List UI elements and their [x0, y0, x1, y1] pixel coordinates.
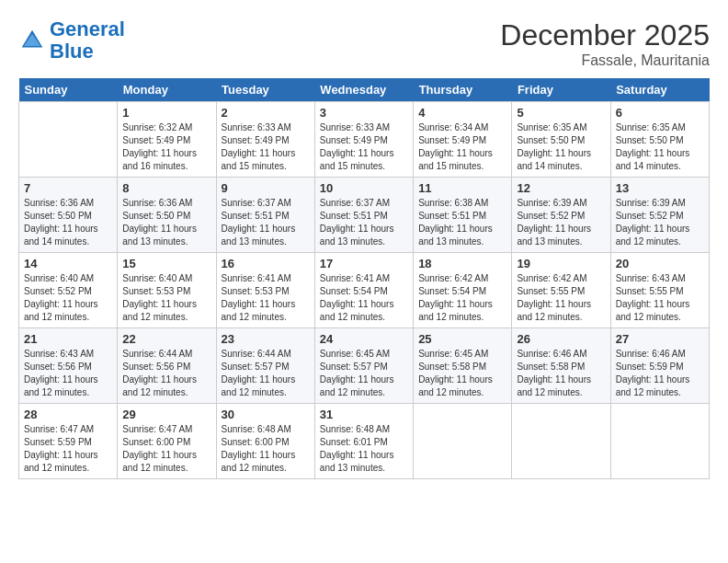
day-cell: [610, 404, 709, 479]
day-cell: 1Sunrise: 6:32 AM Sunset: 5:49 PM Daylig…: [118, 102, 216, 178]
day-cell: 4Sunrise: 6:34 AM Sunset: 5:49 PM Daylig…: [414, 102, 512, 178]
day-number: 17: [320, 257, 408, 270]
day-info: Sunrise: 6:47 AM Sunset: 5:59 PM Dayligh…: [24, 423, 112, 475]
day-number: 13: [616, 181, 704, 195]
day-cell: 3Sunrise: 6:33 AM Sunset: 5:49 PM Daylig…: [314, 102, 413, 178]
day-cell: 31Sunrise: 6:48 AM Sunset: 6:01 PM Dayli…: [314, 404, 413, 479]
day-number: 19: [517, 257, 605, 270]
day-number: 31: [320, 408, 408, 421]
day-number: 29: [122, 408, 210, 421]
header-cell-monday: Monday: [118, 78, 216, 102]
week-row-5: 28Sunrise: 6:47 AM Sunset: 5:59 PM Dayli…: [19, 404, 710, 479]
header-cell-saturday: Saturday: [610, 78, 709, 102]
header-row: SundayMondayTuesdayWednesdayThursdayFrid…: [19, 78, 710, 102]
day-cell: [414, 404, 512, 479]
day-info: Sunrise: 6:36 AM Sunset: 5:50 PM Dayligh…: [24, 197, 112, 248]
day-number: 23: [222, 332, 310, 346]
logo: General Blue: [18, 18, 125, 63]
day-info: Sunrise: 6:46 AM Sunset: 5:58 PM Dayligh…: [517, 348, 605, 399]
day-info: Sunrise: 6:32 AM Sunset: 5:49 PM Dayligh…: [122, 121, 210, 173]
day-number: 12: [517, 181, 605, 195]
day-number: 24: [320, 332, 408, 346]
day-cell: 19Sunrise: 6:42 AM Sunset: 5:55 PM Dayli…: [512, 253, 610, 328]
day-number: 6: [616, 106, 704, 120]
day-cell: 17Sunrise: 6:41 AM Sunset: 5:54 PM Dayli…: [314, 253, 413, 328]
day-info: Sunrise: 6:44 AM Sunset: 5:57 PM Dayligh…: [222, 348, 310, 399]
day-cell: 5Sunrise: 6:35 AM Sunset: 5:50 PM Daylig…: [512, 102, 610, 178]
day-cell: 18Sunrise: 6:42 AM Sunset: 5:54 PM Dayli…: [414, 253, 512, 328]
day-number: 30: [222, 408, 310, 421]
day-number: 14: [24, 257, 112, 270]
day-info: Sunrise: 6:37 AM Sunset: 5:51 PM Dayligh…: [222, 197, 310, 248]
day-number: 2: [222, 106, 310, 120]
day-info: Sunrise: 6:46 AM Sunset: 5:59 PM Dayligh…: [616, 348, 704, 399]
day-info: Sunrise: 6:45 AM Sunset: 5:58 PM Dayligh…: [418, 348, 506, 399]
day-cell: 2Sunrise: 6:33 AM Sunset: 5:49 PM Daylig…: [216, 102, 314, 178]
day-info: Sunrise: 6:40 AM Sunset: 5:53 PM Dayligh…: [122, 272, 210, 324]
day-info: Sunrise: 6:40 AM Sunset: 5:52 PM Dayligh…: [24, 272, 112, 324]
week-row-2: 7Sunrise: 6:36 AM Sunset: 5:50 PM Daylig…: [19, 178, 710, 253]
day-info: Sunrise: 6:47 AM Sunset: 6:00 PM Dayligh…: [122, 423, 210, 475]
day-cell: 20Sunrise: 6:43 AM Sunset: 5:55 PM Dayli…: [610, 253, 709, 328]
day-info: Sunrise: 6:45 AM Sunset: 5:57 PM Dayligh…: [320, 348, 408, 399]
day-number: 10: [320, 181, 408, 195]
week-row-3: 14Sunrise: 6:40 AM Sunset: 5:52 PM Dayli…: [19, 253, 710, 328]
day-number: 3: [320, 106, 408, 120]
day-info: Sunrise: 6:34 AM Sunset: 5:49 PM Dayligh…: [418, 121, 506, 173]
day-number: 7: [24, 181, 112, 195]
day-cell: 29Sunrise: 6:47 AM Sunset: 6:00 PM Dayli…: [118, 404, 216, 479]
day-cell: 11Sunrise: 6:38 AM Sunset: 5:51 PM Dayli…: [414, 178, 512, 253]
header-cell-sunday: Sunday: [19, 78, 118, 102]
day-cell: 16Sunrise: 6:41 AM Sunset: 5:53 PM Dayli…: [216, 253, 314, 328]
page-header: General Blue December 2025 Fassale, Maur…: [18, 18, 710, 69]
week-row-1: 1Sunrise: 6:32 AM Sunset: 5:49 PM Daylig…: [19, 102, 710, 178]
day-number: 8: [122, 181, 210, 195]
day-number: 28: [24, 408, 112, 421]
header-cell-tuesday: Tuesday: [216, 78, 314, 102]
day-info: Sunrise: 6:41 AM Sunset: 5:54 PM Dayligh…: [320, 272, 408, 324]
location: Fassale, Mauritania: [500, 52, 710, 69]
calendar-table: SundayMondayTuesdayWednesdayThursdayFrid…: [18, 78, 710, 479]
day-cell: 23Sunrise: 6:44 AM Sunset: 5:57 PM Dayli…: [216, 328, 314, 404]
week-row-4: 21Sunrise: 6:43 AM Sunset: 5:56 PM Dayli…: [19, 328, 710, 404]
day-number: 18: [418, 257, 506, 270]
day-cell: 24Sunrise: 6:45 AM Sunset: 5:57 PM Dayli…: [314, 328, 413, 404]
day-info: Sunrise: 6:43 AM Sunset: 5:56 PM Dayligh…: [24, 348, 112, 399]
day-cell: 15Sunrise: 6:40 AM Sunset: 5:53 PM Dayli…: [118, 253, 216, 328]
day-info: Sunrise: 6:35 AM Sunset: 5:50 PM Dayligh…: [616, 121, 704, 173]
day-number: 15: [122, 257, 210, 270]
day-cell: 14Sunrise: 6:40 AM Sunset: 5:52 PM Dayli…: [19, 253, 118, 328]
day-info: Sunrise: 6:39 AM Sunset: 5:52 PM Dayligh…: [517, 197, 605, 248]
day-cell: 27Sunrise: 6:46 AM Sunset: 5:59 PM Dayli…: [610, 328, 709, 404]
day-number: 9: [222, 181, 310, 195]
day-number: 20: [616, 257, 704, 270]
month-title: December 2025: [500, 18, 710, 52]
day-info: Sunrise: 6:48 AM Sunset: 6:01 PM Dayligh…: [320, 423, 408, 475]
day-cell: 9Sunrise: 6:37 AM Sunset: 5:51 PM Daylig…: [216, 178, 314, 253]
header-cell-thursday: Thursday: [414, 78, 512, 102]
day-info: Sunrise: 6:41 AM Sunset: 5:53 PM Dayligh…: [222, 272, 310, 324]
day-number: 5: [517, 106, 605, 120]
day-cell: 13Sunrise: 6:39 AM Sunset: 5:52 PM Dayli…: [610, 178, 709, 253]
day-number: 1: [122, 106, 210, 120]
day-info: Sunrise: 6:37 AM Sunset: 5:51 PM Dayligh…: [320, 197, 408, 248]
day-number: 11: [418, 181, 506, 195]
day-info: Sunrise: 6:39 AM Sunset: 5:52 PM Dayligh…: [616, 197, 704, 248]
day-cell: 28Sunrise: 6:47 AM Sunset: 5:59 PM Dayli…: [19, 404, 118, 479]
day-info: Sunrise: 6:44 AM Sunset: 5:56 PM Dayligh…: [122, 348, 210, 399]
day-info: Sunrise: 6:43 AM Sunset: 5:55 PM Dayligh…: [616, 272, 704, 324]
day-cell: 25Sunrise: 6:45 AM Sunset: 5:58 PM Dayli…: [414, 328, 512, 404]
day-cell: 26Sunrise: 6:46 AM Sunset: 5:58 PM Dayli…: [512, 328, 610, 404]
day-cell: 21Sunrise: 6:43 AM Sunset: 5:56 PM Dayli…: [19, 328, 118, 404]
day-cell: 7Sunrise: 6:36 AM Sunset: 5:50 PM Daylig…: [19, 178, 118, 253]
day-cell: [512, 404, 610, 479]
day-cell: 6Sunrise: 6:35 AM Sunset: 5:50 PM Daylig…: [610, 102, 709, 178]
day-number: 4: [418, 106, 506, 120]
day-number: 27: [616, 332, 704, 346]
day-info: Sunrise: 6:48 AM Sunset: 6:00 PM Dayligh…: [222, 423, 310, 475]
day-cell: 8Sunrise: 6:36 AM Sunset: 5:50 PM Daylig…: [118, 178, 216, 253]
day-number: 25: [418, 332, 506, 346]
day-info: Sunrise: 6:35 AM Sunset: 5:50 PM Dayligh…: [517, 121, 605, 173]
day-cell: 22Sunrise: 6:44 AM Sunset: 5:56 PM Dayli…: [118, 328, 216, 404]
day-cell: 10Sunrise: 6:37 AM Sunset: 5:51 PM Dayli…: [314, 178, 413, 253]
